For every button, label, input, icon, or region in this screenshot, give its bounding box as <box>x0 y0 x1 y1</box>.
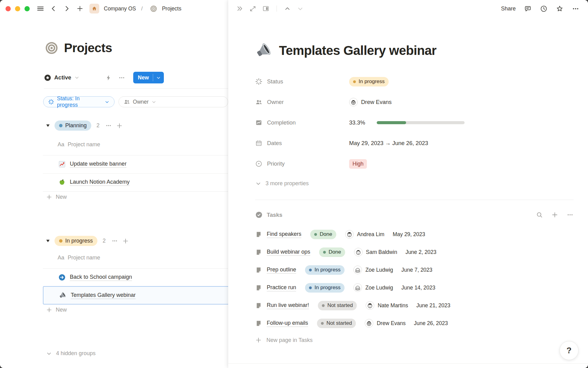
task-date[interactable]: June 2, 2023 <box>405 249 436 255</box>
target-icon[interactable] <box>44 41 59 55</box>
task-name[interactable]: Prep outline <box>267 266 296 274</box>
task-status-tag[interactable]: Done <box>319 247 345 257</box>
breadcrumb-page[interactable]: Projects <box>162 6 181 12</box>
task-row[interactable]: Find speakers Done Andrea Lim May 29, 20… <box>255 225 574 243</box>
favorite-star-icon[interactable] <box>556 5 564 13</box>
group-add-button[interactable] <box>116 122 123 129</box>
side-peek-mode-icon[interactable] <box>262 5 270 12</box>
expand-page-icon[interactable] <box>249 5 256 12</box>
project-row[interactable]: Back to School campaign <box>58 268 228 286</box>
project-row[interactable]: Launch Notion Academy <box>58 173 228 191</box>
property-label[interactable]: Priority <box>255 160 349 167</box>
home-icon[interactable] <box>89 4 99 13</box>
add-task-icon[interactable] <box>551 211 558 218</box>
new-row-button[interactable]: New <box>46 307 67 313</box>
property-value[interactable]: In progress <box>349 77 389 86</box>
new-button-label[interactable]: New <box>133 72 153 83</box>
group-tag-planning[interactable]: Planning <box>55 121 91 131</box>
task-row[interactable]: Follow-up emails Not started Drew Evans … <box>255 314 574 332</box>
column-header[interactable]: Aa Project name <box>58 255 100 261</box>
project-title[interactable]: Launch Notion Academy <box>70 179 130 186</box>
zoom-window-button[interactable] <box>24 6 30 11</box>
tasks-title[interactable]: Tasks <box>267 212 282 218</box>
status-tag[interactable]: In progress <box>349 77 389 86</box>
property-value[interactable]: High <box>349 159 367 169</box>
task-status-tag[interactable]: Done <box>310 230 336 239</box>
forward-button[interactable] <box>62 4 72 13</box>
task-date[interactable]: June 7, 2023 <box>401 267 432 273</box>
next-page-icon[interactable] <box>297 5 304 12</box>
task-status-tag[interactable]: In progress <box>305 283 345 293</box>
previous-page-icon[interactable] <box>284 5 291 12</box>
priority-tag[interactable]: High <box>349 159 367 169</box>
task-name[interactable]: Build webinar ops <box>267 249 310 256</box>
new-task-button[interactable]: New page in Tasks <box>255 332 574 348</box>
collapse-triangle-icon[interactable] <box>46 239 50 243</box>
group-tag-in-progress[interactable]: In progress <box>55 236 97 246</box>
minimize-window-button[interactable] <box>15 6 20 11</box>
column-header[interactable]: Aa Project name <box>58 141 100 148</box>
share-button[interactable]: Share <box>501 6 516 12</box>
task-assignee[interactable]: Zoe Ludwig <box>353 283 393 292</box>
task-row[interactable]: Run live webinar! Not started Nate Marti… <box>255 297 574 314</box>
new-tab-button[interactable] <box>75 4 85 13</box>
breadcrumb-workspace[interactable]: Company OS <box>104 6 136 12</box>
task-date[interactable]: June 14, 2023 <box>401 285 435 291</box>
task-status-tag[interactable]: Not started <box>318 301 357 310</box>
search-icon[interactable] <box>536 211 543 218</box>
tasks-options-icon[interactable] <box>567 211 574 218</box>
help-button[interactable]: ? <box>560 341 579 360</box>
task-date[interactable]: May 29, 2023 <box>393 231 425 238</box>
task-name[interactable]: Follow-up emails <box>267 320 308 327</box>
task-name[interactable]: Find speakers <box>267 231 301 238</box>
owner-filter-pill[interactable]: Owner <box>119 96 228 107</box>
task-assignee[interactable]: Drew Evans <box>365 319 405 328</box>
group-add-button[interactable] <box>122 238 129 244</box>
page-title[interactable]: Templates Gallery webinar <box>279 43 436 58</box>
group-options-button[interactable] <box>111 238 118 244</box>
project-title[interactable]: Back to School campaign <box>70 274 132 281</box>
task-name[interactable]: Run live webinar! <box>267 302 309 309</box>
history-clock-icon[interactable] <box>540 5 548 13</box>
new-button-dropdown[interactable] <box>153 72 164 83</box>
property-value[interactable]: Drew Evans <box>349 98 392 106</box>
group-options-button[interactable] <box>105 122 112 129</box>
new-row-button[interactable]: New <box>46 194 67 200</box>
task-assignee[interactable]: Nate Martins <box>366 301 408 310</box>
property-value[interactable]: May 29, 2023 → June 26, 2023 <box>349 140 428 147</box>
database-title[interactable]: Projects <box>64 41 112 55</box>
view-options-button[interactable] <box>118 74 125 81</box>
speaker-icon[interactable] <box>255 42 273 59</box>
property-label[interactable]: Status <box>255 78 349 85</box>
hidden-groups-toggle[interactable]: 4 hidden groups <box>46 350 96 357</box>
property-label[interactable]: Completion <box>255 119 349 126</box>
task-status-tag[interactable]: In progress <box>305 265 345 275</box>
project-row-selected[interactable]: Templates Gallery webinar <box>43 286 228 305</box>
task-date[interactable]: June 21, 2023 <box>416 302 450 309</box>
sidebar-toggle-button[interactable] <box>36 4 45 13</box>
comments-icon[interactable] <box>524 5 532 13</box>
property-label[interactable]: Dates <box>255 140 349 147</box>
status-filter-pill[interactable]: Status: In progress <box>43 96 115 107</box>
project-row[interactable]: Update website banner <box>58 155 228 173</box>
project-title[interactable]: Templates Gallery webinar <box>71 292 136 299</box>
close-window-button[interactable] <box>6 6 11 11</box>
view-selector[interactable]: Active <box>44 74 80 82</box>
task-row[interactable]: Practice run In progress Zoe Ludwig June… <box>255 279 574 297</box>
task-date[interactable]: June 26, 2023 <box>414 320 448 327</box>
project-title[interactable]: Update website banner <box>70 161 126 168</box>
automations-button[interactable] <box>105 74 112 81</box>
more-options-icon[interactable] <box>572 5 579 13</box>
new-entry-button[interactable]: New <box>133 72 164 83</box>
task-assignee[interactable]: Zoe Ludwig <box>353 266 393 274</box>
task-row[interactable]: Prep outline In progress Zoe Ludwig June… <box>255 261 574 279</box>
task-assignee[interactable]: Andrea Lim <box>345 230 385 239</box>
property-value[interactable]: 33.3% <box>349 119 465 126</box>
property-label[interactable]: Owner <box>255 98 349 106</box>
collapse-triangle-icon[interactable] <box>46 124 50 128</box>
back-button[interactable] <box>49 4 58 13</box>
task-assignee[interactable]: Sam Baldwin <box>354 248 397 256</box>
task-status-tag[interactable]: Not started <box>317 319 356 328</box>
task-row[interactable]: Build webinar ops Done Sam Baldwin June … <box>255 243 574 261</box>
more-properties-toggle[interactable]: 3 more properties <box>255 180 574 187</box>
